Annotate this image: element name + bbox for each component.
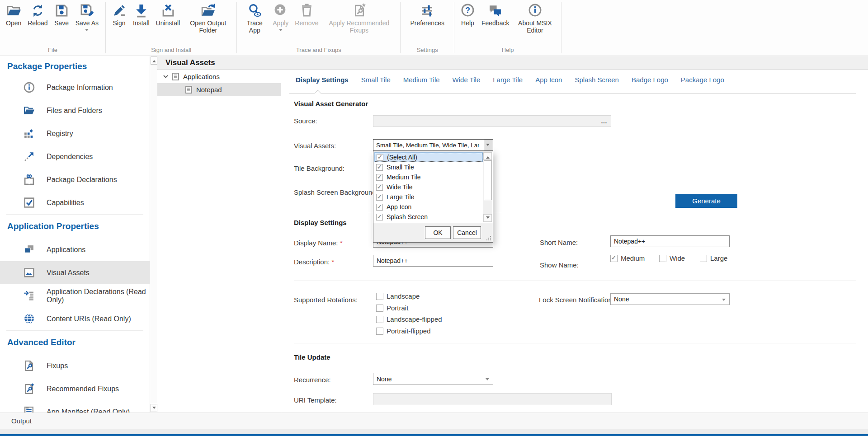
sidebar-scrollbar[interactable] — [150, 56, 158, 413]
remove-button[interactable]: Remove — [292, 2, 321, 28]
scroll-down-button[interactable] — [151, 404, 157, 412]
tab-app-icon[interactable]: App Icon — [529, 75, 568, 85]
checkbox-unchecked[interactable] — [659, 255, 666, 262]
sidebar-item-package-information[interactable]: Package Information — [0, 76, 150, 99]
uri-template-input[interactable] — [373, 393, 612, 405]
uninstall-button[interactable]: Uninstall — [154, 2, 183, 28]
checkbox-unchecked[interactable] — [700, 255, 707, 262]
trace-app-button[interactable]: Trace App — [241, 2, 269, 35]
recurrence-select[interactable]: None — [373, 373, 493, 385]
sign-button[interactable]: Sign — [109, 2, 129, 28]
checkbox-unchecked[interactable] — [376, 305, 383, 312]
sidebar-item-application-declarations[interactable]: Application Declarations (Read Only) — [0, 284, 150, 307]
tab-wide-tile[interactable]: Wide Tile — [446, 75, 487, 85]
globe-icon — [24, 313, 35, 324]
scroll-up-button[interactable] — [483, 152, 492, 160]
tree-node-notepad[interactable]: Notepad — [157, 83, 281, 96]
checkbox-checked[interactable] — [376, 214, 383, 220]
sidebar-item-registry[interactable]: Registry — [0, 122, 150, 145]
dropdown-item-medium-tile[interactable]: Medium Tile — [374, 172, 483, 182]
section-separator — [294, 281, 856, 281]
tab-medium-tile[interactable]: Medium Tile — [397, 75, 446, 85]
apply-recommended-fixups-button[interactable]: Apply Recommended Fixups — [322, 2, 396, 35]
install-arrow-icon — [134, 3, 149, 18]
source-input[interactable]: … — [373, 115, 611, 127]
tab-splash-screen[interactable]: Splash Screen — [568, 75, 625, 85]
show-name-large[interactable]: Large — [700, 254, 727, 262]
sidebar-item-visual-assets[interactable]: Visual Assets — [0, 261, 150, 284]
dropdown-item-large-tile[interactable]: Large Tile — [374, 192, 483, 202]
sidebar-item-files-and-folders[interactable]: Files and Folders — [0, 99, 150, 122]
sidebar-item-recommended-fixups[interactable]: Recommended Fixups — [0, 377, 150, 400]
short-name-input[interactable]: Notepad++ — [610, 235, 730, 247]
sidebar-item-content-uris[interactable]: Content URIs (Read Only) — [0, 307, 150, 330]
help-button[interactable]: ? Help — [458, 2, 477, 28]
resize-grip[interactable] — [486, 235, 491, 240]
tab-package-logo[interactable]: Package Logo — [675, 75, 731, 85]
tab-large-tile[interactable]: Large Tile — [486, 75, 529, 85]
output-panel-header[interactable]: Output — [0, 413, 868, 429]
tab-badge-logo[interactable]: Badge Logo — [625, 75, 675, 85]
tab-small-tile[interactable]: Small Tile — [355, 75, 397, 85]
ok-button[interactable]: OK — [425, 226, 451, 239]
visual-assets-combo[interactable]: Small Tile, Medium Tile, Wide Tile, Larg… — [373, 139, 493, 151]
save-as-button[interactable]: Save As — [73, 2, 101, 34]
sidebar-item-package-declarations[interactable]: Package Declarations — [0, 168, 150, 191]
cancel-button[interactable]: Cancel — [453, 226, 481, 239]
dropdown-item-splash-screen[interactable]: Splash Screen — [374, 212, 483, 222]
checkbox-unchecked[interactable] — [376, 328, 383, 335]
reload-button[interactable]: Reload — [25, 2, 50, 28]
dropdown-item-wide-tile[interactable]: Wide Tile — [374, 182, 483, 192]
sidebar-item-applications[interactable]: Applications — [0, 238, 150, 261]
scroll-up-button[interactable] — [151, 56, 157, 65]
rotation-landscape[interactable]: Landscape — [376, 292, 420, 300]
checkbox-checked[interactable] — [376, 204, 383, 211]
rotation-portrait[interactable]: Portrait — [376, 304, 408, 312]
checkbox-unchecked[interactable] — [376, 316, 383, 323]
checkbox-checked[interactable] — [376, 194, 383, 201]
show-name-medium[interactable]: Medium — [610, 254, 645, 262]
dropdown-item-small-tile[interactable]: Small Tile — [374, 162, 483, 172]
open-output-folder-button[interactable]: Open Output Folder — [184, 2, 232, 35]
dropdown-scrollbar[interactable] — [483, 152, 492, 222]
sidebar-item-capabilities[interactable]: Capabilities — [0, 191, 150, 214]
dropdown-item-app-icon[interactable]: App Icon — [374, 202, 483, 212]
section-separator — [294, 343, 856, 343]
open-button[interactable]: Open — [4, 2, 24, 28]
preferences-button[interactable]: Preferences — [408, 2, 446, 28]
scrollbar-thumb[interactable] — [484, 160, 492, 200]
apply-button[interactable]: Apply — [270, 2, 291, 34]
checkbox-checked[interactable] — [376, 184, 383, 191]
rotation-landscape-flipped[interactable]: Landscape-flipped — [376, 315, 442, 323]
combo-dropdown-button[interactable] — [484, 140, 493, 150]
open-folder-icon — [6, 3, 21, 18]
scroll-down-button[interactable] — [483, 214, 492, 222]
display-settings-heading: Display Settings — [294, 219, 347, 226]
sidebar-item-label: Dependencies — [47, 153, 93, 161]
install-button[interactable]: Install — [131, 2, 152, 28]
show-name-wide[interactable]: Wide — [659, 254, 685, 262]
sidebar-item-fixups[interactable]: Fixups — [0, 354, 150, 377]
tab-display-settings[interactable]: Display Settings — [289, 75, 355, 85]
checkbox-checked[interactable] — [376, 164, 383, 171]
checkbox-checked[interactable] — [376, 174, 383, 181]
checkbox-checked[interactable] — [377, 154, 383, 161]
feedback-button[interactable]: Feedback — [479, 2, 511, 28]
button-label: Uninstall — [156, 20, 180, 27]
lock-screen-select[interactable]: None — [610, 293, 730, 305]
save-button[interactable]: Save — [52, 2, 71, 28]
about-msix-editor-button[interactable]: About MSIX Editor — [513, 2, 557, 35]
generate-button[interactable]: Generate — [675, 194, 737, 208]
sidebar-item-label: Registry — [47, 130, 73, 138]
browse-button[interactable]: … — [601, 117, 608, 125]
sidebar-item-label: Application Declarations (Read Only) — [47, 288, 150, 304]
description-input[interactable]: Notepad++ — [373, 255, 493, 267]
button-label: Sign — [113, 20, 125, 27]
checkbox-checked[interactable] — [610, 255, 618, 262]
sidebar-item-app-manifest[interactable]: App Manifest (Read Only) — [0, 400, 150, 413]
dropdown-item-select-all[interactable]: (Select All) — [374, 152, 483, 162]
rotation-portrait-flipped[interactable]: Portrait-flipped — [376, 327, 431, 335]
checkbox-unchecked[interactable] — [376, 293, 383, 300]
tree-node-applications[interactable]: Applications — [157, 70, 281, 83]
sidebar-item-dependencies[interactable]: Dependencies — [0, 145, 150, 168]
